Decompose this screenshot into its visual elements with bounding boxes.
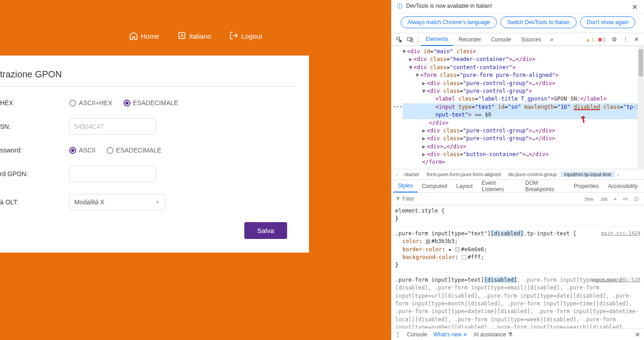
tab-sources[interactable]: Sources [516,33,546,46]
devtools-tabs: Elements Recorder Console Sources » ▲1 ◼… [392,33,644,46]
app-pane: Home A Italiano Logout trazione GPON HEX… [0,0,391,340]
select-value: Modalità X [74,198,104,206]
hov-toggle[interactable]: :hov [582,196,595,202]
inspect-icon[interactable] [394,35,404,45]
scrollbar[interactable] [638,45,644,168]
tab-console[interactable]: Console [486,33,515,46]
gpon-password-input[interactable] [69,166,156,182]
row-gpon-password: rd GPON: [0,166,295,182]
subtab-properties[interactable]: Properties [569,180,603,193]
filter-icon: ⧩ [395,196,400,202]
label-olt: à OLT: [0,198,69,206]
nav-logout-label: Logout [241,32,262,40]
warnings-badge[interactable]: ▲1 [586,37,594,42]
home-icon [129,31,138,41]
kebab-icon[interactable]: ⋮ [395,331,401,338]
nav-language-label: Italiano [189,32,211,40]
device-toggle-icon[interactable] [405,35,415,45]
settings-card: trazione GPON HEX ASCII+HEX ESADECIMALE … [0,56,309,253]
drawer: ⋮ Console What's new ✕ AI assistance ⚗ ✕ [392,328,644,340]
radio-ascii-hex[interactable]: ASCII+HEX [69,99,113,107]
crumb-scroll-right[interactable]: › [614,172,622,177]
gear-icon[interactable]: ⚙ [609,35,619,45]
cls-toggle[interactable]: .cls [598,196,609,202]
row-password-mode: ssword: ASCII ESADECIMALE [0,147,295,154]
close-icon[interactable]: ✕ [630,3,639,11]
radio-icon [69,147,76,154]
devtools-banner: ⓘ DevTools is now available in Italian! … [392,0,644,14]
close-icon[interactable]: ✕ [635,331,640,338]
tab-elements[interactable]: Elements [421,33,453,46]
label-gpon-password: rd GPON: [0,170,69,178]
style-rule: element.style { } [395,207,640,226]
style-source-link[interactable]: main.css:1424 [601,230,640,237]
radio-ascii[interactable]: ASCII [69,147,96,154]
crumb-div[interactable]: div.pure-control-group [505,172,561,177]
issues-badge[interactable]: ◼1 [598,36,606,42]
style-rule: main.css:1424 .pure-form input[type="tex… [395,230,640,273]
sidebar-toggle-icon[interactable]: ◫ [632,196,640,202]
row-sn: SN: [0,118,295,135]
info-icon: ⓘ [397,3,402,10]
top-nav: Home A Italiano Logout [0,31,391,41]
styles-filter-bar: ⧩ :hov .cls + ▭ ◫ [392,193,644,205]
nav-logout[interactable]: Logout [229,31,262,41]
banner-btn-switch[interactable]: Switch DevTools to Italian [500,16,577,28]
label-sn: SN: [0,123,69,130]
radio-icon [69,100,76,107]
label-hex: HEX [0,99,69,107]
styles-panel[interactable]: element.style { } main.css:1424 .pure-fo… [392,205,644,328]
radio-esadecimale-2[interactable]: ESADECIMALE [107,147,162,154]
breadcrumb: ‹ ntainer form.pure-form.pure-form-align… [392,169,644,180]
crumb-form[interactable]: form.pure-form.pure-form-aligned [423,172,505,177]
subtab-dom-breakpoints[interactable]: DOM Breakpoints [521,180,569,193]
subtab-event-listeners[interactable]: Event Listeners [477,180,520,193]
style-source-link[interactable]: pure-min.css:528 [592,276,640,284]
crumb-input[interactable]: input#sn.tp-input-text [561,172,615,177]
svg-rect-2 [397,37,400,40]
dom-tree[interactable]: ▼<div id="main" class> ▶<div class="head… [392,46,644,169]
styles-subtabs: Styles Computed Layout Event Listeners D… [392,180,644,193]
banner-text: DevTools is now available in Italian! [406,3,626,9]
kebab-icon[interactable]: ⋮ [620,35,630,45]
more-tabs-icon[interactable]: » [546,35,556,45]
sn-input[interactable] [69,118,156,135]
logout-icon [229,31,238,41]
devtools-panel: ⓘ DevTools is now available in Italian! … [391,0,644,340]
nav-home-label: Home [141,32,159,40]
banner-btn-always-match[interactable]: Always match Chrome's language [401,16,497,28]
subtab-accessibility[interactable]: Accessibility [603,180,642,193]
save-button[interactable]: Salva [244,222,287,239]
svg-text:A: A [180,33,184,38]
filter-input[interactable] [402,196,579,202]
subtab-styles[interactable]: Styles [393,180,417,193]
row-hex-mode: HEX ASCII+HEX ESADECIMALE [0,99,295,107]
drawer-tab-ai[interactable]: AI assistance ⚗ [474,331,513,338]
drawer-tab-console[interactable]: Console [407,331,427,338]
banner-btn-dont-show[interactable]: Don't show again [580,16,636,28]
radio-esadecimale-1[interactable]: ESADECIMALE [124,99,179,107]
radio-icon [107,147,113,154]
subtab-computed[interactable]: Computed [417,180,452,193]
radio-icon [124,100,130,107]
close-icon[interactable]: ✕ [631,35,641,45]
tab-recorder[interactable]: Recorder [454,33,485,46]
banner-buttons: Always match Chrome's language Switch De… [392,14,644,33]
computed-toggle-icon[interactable]: ▭ [621,196,629,202]
subtab-layout[interactable]: Layout [452,180,477,193]
style-rule: pure-min.css:528 .pure-form input[type=t… [395,276,640,328]
new-rule-icon[interactable]: + [612,196,618,202]
chevron-down-icon: ▼ [155,199,160,205]
nav-language[interactable]: A Italiano [177,31,211,41]
drawer-tab-whatsnew[interactable]: What's new ✕ [433,331,467,338]
language-icon: A [177,31,186,41]
olt-mode-select[interactable]: Modalità X ▼ [69,194,165,210]
page-title: trazione GPON [0,69,295,86]
nav-home[interactable]: Home [129,31,159,41]
dom-selected-line: ••• <input type="text" id="sn" maxlength… [402,103,644,111]
label-password: ssword: [0,147,69,154]
row-olt-mode: à OLT: Modalità X ▼ [0,194,295,210]
close-icon: ✕ [463,332,467,337]
crumb-scroll-left[interactable]: ‹ [393,172,401,177]
crumb-container[interactable]: ntainer [401,172,423,177]
